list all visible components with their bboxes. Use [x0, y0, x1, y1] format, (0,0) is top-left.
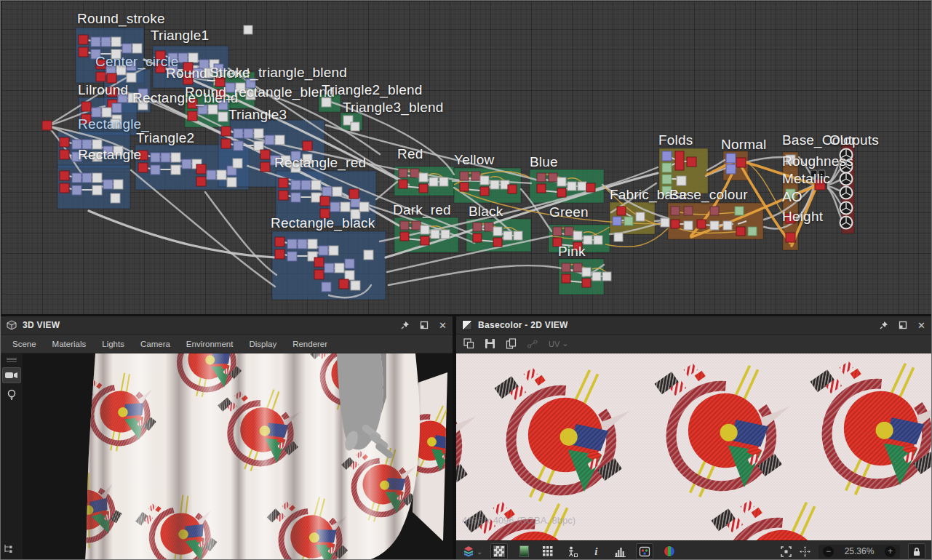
output-node-metallic[interactable] — [840, 173, 853, 185]
graph-label-roughness: Roughness — [782, 154, 853, 168]
graph-label-ao: AO — [782, 190, 802, 204]
graph-label-stroke-triangle-blend[interactable]: Stroke_triangle_blend — [210, 65, 347, 79]
menu-environment[interactable]: Environment — [179, 337, 241, 351]
graph-panel[interactable]: .fr{stroke:rgba(0,0,0,.25);stroke-width:… — [1, 1, 932, 316]
chevron-down-icon[interactable]: ⌄ — [477, 548, 482, 556]
graph-label-lilround[interactable]: Lilround — [78, 83, 128, 97]
viewport-2d[interactable]: 4096 x 4096 (RGBA, 8bpc) — [456, 353, 931, 540]
panel-2d-toolbar[interactable]: UV⌄ — [456, 335, 931, 353]
output-node-ao[interactable] — [840, 187, 853, 199]
output-node-height[interactable] — [840, 217, 853, 229]
input-node[interactable] — [42, 121, 52, 130]
link-node-icon[interactable] — [527, 339, 538, 349]
graph-label-triangle3-blend[interactable]: Triangle3_blend — [343, 100, 444, 114]
menu-scene[interactable]: Scene — [5, 337, 44, 351]
graph-label-triangle3[interactable]: Triangle3 — [228, 108, 287, 121]
close-icon[interactable]: ✕ — [439, 321, 447, 330]
viewport-3d-toolbar[interactable] — [1, 353, 23, 560]
pin-icon[interactable] — [880, 321, 888, 329]
menu-display[interactable]: Display — [242, 337, 284, 351]
light-bulb-icon[interactable] — [3, 388, 20, 402]
graph-label-base-colour[interactable]: Base_colour — [669, 188, 748, 201]
graph-label-green[interactable]: Green — [549, 205, 589, 219]
render-3d-cloth[interactable] — [23, 353, 453, 560]
copy-icon[interactable] — [506, 338, 517, 349]
zoom-out-button[interactable]: − — [823, 546, 834, 557]
graph-label-round-rectangle-blend[interactable]: Round_rectangle_blend — [185, 85, 335, 99]
new-view-icon[interactable] — [463, 338, 474, 349]
rgb-channels-icon[interactable] — [661, 544, 677, 559]
float-window-icon[interactable] — [899, 321, 907, 329]
texture-resolution-label: 4096 x 4096 (RGBA, 8bpc) — [462, 515, 575, 526]
drag-handle-icon[interactable] — [7, 356, 17, 363]
menu-renderer[interactable]: Renderer — [285, 337, 335, 351]
lock-icon[interactable] — [908, 543, 925, 559]
panel-2d-title: Basecolor - 2D VIEW — [478, 320, 568, 330]
graph-label-round-stroke[interactable]: Round_stroke — [77, 12, 165, 25]
zoom-level-value: 25.36% — [838, 546, 880, 556]
mannequin-scale-icon[interactable] — [564, 544, 580, 559]
histogram-icon[interactable] — [612, 544, 628, 559]
graph-label-triangle2-blend[interactable]: Triangle2_blend — [322, 83, 423, 97]
graph-label-normal[interactable]: Normal — [721, 137, 766, 151]
graph-label-rectangle-a[interactable]: Rectangle_ — [78, 117, 149, 131]
graph-label-rectangle-black[interactable]: Rectangle_black — [271, 216, 375, 230]
uv-mode-label[interactable]: UV — [549, 340, 559, 348]
menu-lights[interactable]: Lights — [95, 337, 132, 351]
zoom-control[interactable]: − 25.36% + — [819, 545, 900, 559]
menu-materials[interactable]: Materials — [45, 337, 94, 351]
save-icon[interactable] — [485, 338, 495, 349]
graph-label-rectangle-b[interactable]: Rectangle — [78, 148, 141, 161]
menu-camera[interactable]: Camera — [133, 337, 178, 351]
fit-frame-icon[interactable] — [781, 546, 792, 557]
graph-label-outputs[interactable]: Outputs — [829, 133, 879, 147]
layers-stack-icon[interactable]: ⌄ — [462, 545, 482, 557]
pan-tool-icon[interactable] — [800, 546, 810, 557]
scene-tree-icon[interactable] — [3, 543, 15, 556]
panel-3d-header[interactable]: 3D VIEW ✕ — [1, 316, 453, 335]
camera-tool-icon[interactable] — [2, 367, 21, 383]
pin-icon[interactable] — [401, 321, 410, 329]
graph-label-rectangle-red[interactable]: Rectangle_red — [274, 156, 366, 169]
panel-2d-bottom-toolbar[interactable]: ⌄ i — [456, 540, 931, 560]
panel-3d-menubar[interactable]: Scene Materials Lights Camera Environmen… — [1, 335, 453, 353]
split-square-icon — [462, 320, 472, 330]
graph-label-metallic: Metallic — [782, 172, 830, 185]
panel-3d-view: 3D VIEW ✕ Scene Materials Lights Camera … — [1, 316, 453, 560]
info-icon[interactable]: i — [588, 544, 604, 559]
output-node-normal[interactable] — [840, 202, 853, 215]
panel-3d-title: 3D VIEW — [23, 320, 60, 330]
graph-label-dark-red[interactable]: Dark_red — [393, 203, 451, 217]
gradient-background-icon[interactable] — [516, 544, 532, 559]
viewport-3d[interactable] — [1, 353, 453, 560]
graph-label-yellow[interactable]: Yellow — [454, 153, 494, 167]
graph-label-height: Height — [782, 209, 823, 223]
app-window: .fr{stroke:rgba(0,0,0,.25);stroke-width:… — [0, 0, 932, 560]
graph-label-triangle1[interactable]: Triangle1 — [151, 28, 209, 42]
zoom-in-button[interactable]: + — [885, 546, 896, 557]
texture-2d-preview — [456, 353, 931, 540]
graph-label-black[interactable]: Black — [469, 204, 503, 218]
graph-label-blue[interactable]: Blue — [530, 155, 558, 169]
tiling-grid-icon[interactable] — [540, 544, 556, 559]
graph-label-folds[interactable]: Folds — [658, 133, 693, 147]
panel-2d-view: Basecolor - 2D VIEW ✕ — [456, 316, 931, 560]
panel-2d-header[interactable]: Basecolor - 2D VIEW ✕ — [456, 316, 931, 335]
cube-icon — [7, 320, 17, 330]
close-icon[interactable]: ✕ — [917, 321, 925, 330]
float-window-icon[interactable] — [420, 321, 429, 329]
chevron-down-icon[interactable]: ⌄ — [562, 339, 568, 348]
graph-label-pink[interactable]: Pink — [558, 244, 586, 258]
graph-label-red[interactable]: Red — [397, 147, 423, 161]
display-channels-icon[interactable] — [636, 543, 653, 559]
transparency-background-icon[interactable] — [490, 543, 508, 559]
graph-label-triangle2[interactable]: Triangle2 — [136, 131, 194, 145]
